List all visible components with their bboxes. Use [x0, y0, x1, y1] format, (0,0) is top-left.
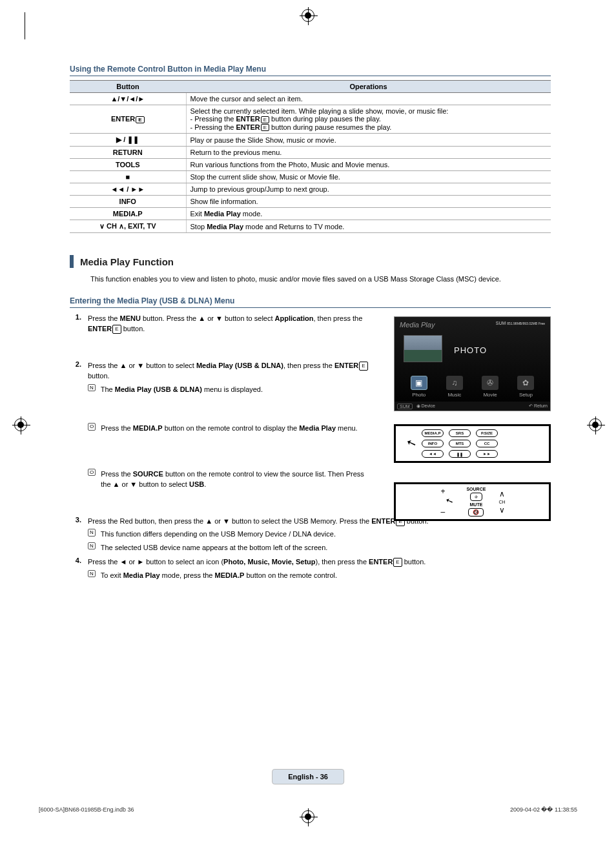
remote-btn-srs: SRS	[449, 429, 471, 437]
note-icon: N	[88, 542, 96, 550]
remote-button-table: Button Operations ▲/▼/◄/► Move the curso…	[70, 80, 551, 233]
source-button-icon: ⎆	[470, 493, 482, 501]
ch-down-icon: ∨	[499, 506, 505, 515]
btn-play-pause: ▶ / ❚❚	[70, 134, 186, 147]
step-number: 2.	[70, 360, 81, 490]
crop-mark	[25, 12, 34, 39]
enter-icon: E	[112, 325, 121, 334]
tip-icon: O	[88, 469, 96, 476]
btn-enter: ENTERE	[70, 105, 186, 134]
setup-icon: ✿	[517, 376, 534, 390]
step-3: 3. Press the Red button, then press the …	[70, 516, 551, 553]
print-file-info: [6000-SA]BN68-01985B-Eng.indb 36	[39, 806, 134, 813]
osd-title: Media Play	[400, 321, 435, 329]
step-body: Press the MENU button. Press the ▲ or ▼ …	[88, 313, 372, 334]
enter-icon: E	[261, 116, 269, 123]
btn-info: INFO	[70, 196, 186, 208]
osd-icon-music: ♫Music	[442, 376, 467, 398]
osd-device-label: ◉ Device	[416, 404, 435, 409]
note-text: This function differs depending on the U…	[101, 529, 336, 540]
btn-tools: TOOLS	[70, 159, 186, 171]
remote-illustration-source: + ➚ – SOURCE ⎆ MUTE 🔇 ∧ CH ∨	[394, 482, 551, 521]
music-icon: ♫	[446, 376, 463, 390]
heading-media-play-function: Media Play Function	[70, 255, 551, 268]
osd-screenshot: Media Play SUM 851.98MB/993.02MB Free PH…	[394, 316, 551, 411]
btn-stop: ■	[70, 171, 186, 183]
page-content: Using the Remote Control Button in Media…	[70, 65, 551, 584]
btn-skip: ◄◄ / ►►	[70, 183, 186, 196]
pointer-arrow-icon: ➚	[401, 436, 418, 451]
note-icon: N	[88, 529, 96, 537]
op-play-pause: Play or pause the Slide Show, music or m…	[186, 134, 551, 147]
osd-icon-photo: ▣Photo	[406, 376, 432, 398]
source-label: SOURCE	[466, 487, 486, 491]
remote-btn-ff: ►►	[476, 450, 498, 458]
btn-mediap: MEDIA.P	[70, 208, 186, 220]
section-title: Using the Remote Control Button in Media…	[70, 65, 551, 76]
op-info: Show file information.	[186, 196, 551, 208]
pointer-arrow-icon: ➚	[438, 495, 455, 509]
ch-label: CH	[498, 500, 505, 504]
osd-return-label: ↶ Return	[529, 404, 548, 409]
source-column: SOURCE ⎆ MUTE 🔇	[466, 487, 486, 517]
remote-illustration-mediap: ➚ MEDIA.P SRS P.SIZE INFO MTS CC ◄◄ ❚❚ ►…	[394, 424, 551, 463]
remote-btn-pause: ❚❚	[449, 450, 471, 458]
remote-btn-psize: P.SIZE	[476, 429, 498, 437]
osd-thumbnail	[404, 335, 442, 362]
print-timestamp: 2009-04-02 �� 11:38:55	[510, 806, 577, 813]
step-body: Press the Red button, then press the ▲ o…	[88, 516, 540, 553]
step-number: 4.	[70, 557, 81, 580]
osd-sum: SUM 851.98MB/993.02MB Free	[496, 321, 545, 325]
tip-icon: O	[88, 423, 96, 431]
step-4: 4. Press the ◄ or ► button to select an …	[70, 557, 551, 580]
step-body: Press the ▲ or ▼ button to select Media …	[88, 360, 372, 490]
step-number: 3.	[70, 516, 81, 553]
op-ch-exit-tv: Stop Media Play mode and Returns to TV m…	[186, 220, 551, 233]
heading-text: Media Play Function	[80, 256, 174, 267]
osd-bottom-bar: SUM ◉ Device ↶ Return	[395, 402, 550, 411]
remote-btn-rew: ◄◄	[422, 450, 444, 458]
op-tools: Run various functions from the Photo, Mu…	[186, 159, 551, 171]
page-number-pill: English - 36	[272, 769, 344, 784]
registration-mark-top	[302, 9, 314, 22]
op-mediap: Exit Media Play mode.	[186, 208, 551, 220]
note-text: To exit Media Play mode, press the MEDIA…	[101, 570, 337, 581]
op-stop: Stop the current slide show, Music or Mo…	[186, 171, 551, 183]
step-body: Press the ◄ or ► button to select an ico…	[88, 557, 540, 580]
remote-btn-cc: CC	[476, 440, 498, 447]
ch-column: ∧ CH ∨	[498, 489, 505, 515]
print-footer: [6000-SA]BN68-01985B-Eng.indb 36 2009-04…	[39, 806, 577, 813]
osd-icon-movie: ✇Movie	[477, 376, 503, 398]
remote-btn-mts: MTS	[449, 440, 471, 447]
note-icon: N	[88, 570, 96, 578]
note-text: The selected USB device name appears at …	[101, 542, 328, 553]
registration-mark-right	[589, 418, 602, 431]
enter-icon: E	[393, 558, 402, 567]
intro-text: This function enables you to view and li…	[90, 274, 551, 284]
registration-mark-left	[14, 418, 27, 431]
volume-column: + ➚ –	[439, 487, 453, 517]
osd-icons-row: ▣Photo ♫Music ✇Movie ✿Setup	[395, 376, 550, 398]
sub-heading: Entering the Media Play (USB & DLNA) Men…	[70, 296, 551, 308]
note-text: Press the MEDIA.P button on the remote c…	[101, 423, 357, 434]
op-arrows: Move the cursor and select an item.	[186, 93, 551, 105]
step-number: 1.	[70, 313, 81, 334]
osd-icon-setup: ✿Setup	[513, 376, 539, 398]
note-text: The Media Play (USB & DLNA) menu is disp…	[101, 384, 263, 395]
mute-button-icon: 🔇	[468, 508, 484, 517]
btn-arrows: ▲/▼/◄/►	[70, 93, 186, 105]
th-button: Button	[70, 81, 186, 93]
photo-icon: ▣	[411, 376, 427, 390]
remote-btn-info: INFO	[422, 440, 444, 447]
th-operations: Operations	[186, 81, 551, 93]
steps-list-cont: 3. Press the Red button, then press the …	[70, 516, 551, 581]
enter-icon: E	[261, 124, 269, 131]
enter-icon: E	[136, 116, 144, 123]
remote-button-grid: MEDIA.P SRS P.SIZE INFO MTS CC ◄◄ ❚❚ ►►	[422, 429, 498, 458]
movie-icon: ✇	[482, 376, 498, 390]
op-skip: Jump to previous group/Jump to next grou…	[186, 183, 551, 196]
note-icon: N	[88, 384, 96, 392]
remote-btn-mediap: MEDIA.P	[422, 429, 444, 437]
btn-ch-exit-tv: ∨ CH ∧, EXIT, TV	[70, 220, 186, 233]
ch-up-icon: ∧	[499, 489, 505, 498]
